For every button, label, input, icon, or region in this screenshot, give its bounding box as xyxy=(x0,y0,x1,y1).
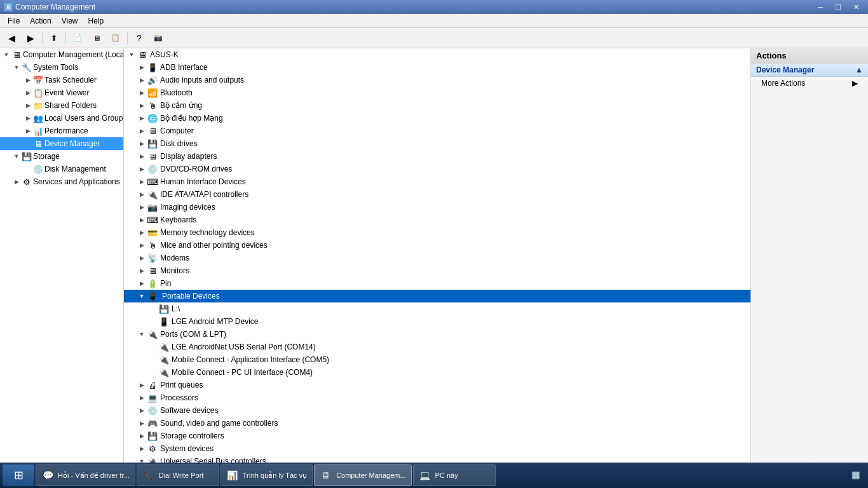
tree-device-manager[interactable]: 🖥 Device Manager xyxy=(0,137,123,150)
toolbar-forward[interactable]: ▶ xyxy=(22,30,39,46)
menu-file[interactable]: File xyxy=(3,15,25,27)
root-dev-expander: ▼ xyxy=(126,50,137,60)
tree-event-viewer[interactable]: ▶ 📋 Event Viewer xyxy=(0,86,123,99)
device-monitors[interactable]: ▶ 🖥 Monitors xyxy=(124,264,750,277)
device-lge-mtp[interactable]: 📱 LGE Android MTP Device xyxy=(124,315,750,328)
dvd-expander: ▶ xyxy=(137,164,147,174)
tree-shared-folders[interactable]: ▶ 📁 Shared Folders xyxy=(0,99,123,112)
taskbar-trinh-icon: 📊 xyxy=(226,469,239,482)
sf-icon: 📁 xyxy=(33,100,43,111)
center-panel[interactable]: ▼ 🖥 ASUS-K ▶ 📱 ADB Interface ▶ 🔊 Audio i… xyxy=(124,48,750,473)
minimize-button[interactable]: ─ xyxy=(812,1,829,13)
toolbar-btn3[interactable]: 📄 xyxy=(69,30,86,46)
device-portable[interactable]: ▼ 📱 Portable Devices xyxy=(124,290,750,302)
device-modem[interactable]: ▶ 📡 Modems xyxy=(124,252,750,264)
tree-disk-management[interactable]: 💿 Disk Management xyxy=(0,163,123,175)
device-sound[interactable]: ▶ 🎮 Sound, video and game controllers xyxy=(124,417,750,430)
device-mobile-com5[interactable]: 🔌 Mobile Connect - Application Interface… xyxy=(124,353,750,366)
menu-action[interactable]: Action xyxy=(25,15,56,27)
disp-icon: 🖥 xyxy=(147,151,158,162)
proc-expander: ▶ xyxy=(137,393,147,403)
svc-icon: ⚙ xyxy=(22,177,32,187)
storage-label: Storage xyxy=(33,152,60,161)
device-mobile-com4[interactable]: 🔌 Mobile Connect - PC UI Interface (COM4… xyxy=(124,366,750,379)
tree-local-users[interactable]: ▶ 👥 Local Users and Groups xyxy=(0,112,123,125)
device-storage-ctrl[interactable]: ▶ 💾 Storage controllers xyxy=(124,430,750,442)
tree-performance[interactable]: ▶ 📊 Performance xyxy=(0,125,123,137)
device-adb[interactable]: ▶ 📱 ADB Interface xyxy=(124,61,750,74)
device-manager-section[interactable]: Device Manager ▲ xyxy=(751,64,868,77)
device-audio[interactable]: ▶ 🔊 Audio inputs and outputs xyxy=(124,74,750,86)
tree-services[interactable]: ▶ ⚙ Services and Applications xyxy=(0,175,123,188)
adb-label: ADB Interface xyxy=(160,63,208,72)
taskbar-btn-dial[interactable]: 📞 Dial Write Port xyxy=(137,464,219,486)
net-label: Bộ điều hợp Mạng xyxy=(160,114,223,123)
taskbar-btn-pc[interactable]: 💻 PC này xyxy=(413,464,496,486)
tree-system-tools[interactable]: ▼ 🔧 System Tools xyxy=(0,61,123,74)
kbd-label: Keyboards xyxy=(160,215,196,224)
title-text: Computer Management xyxy=(15,3,95,11)
toolbar-btn6[interactable]: 📷 xyxy=(149,30,167,46)
toolbar-help[interactable]: ? xyxy=(130,30,148,46)
touch-icon: 🖱 xyxy=(147,100,158,111)
device-software[interactable]: ▶ 💿 Software devices xyxy=(124,404,750,417)
ports-icon: 🔌 xyxy=(147,329,158,340)
device-kbd[interactable]: ▶ ⌨ Keyboards xyxy=(124,214,750,226)
device-print[interactable]: ▶ 🖨 Print queues xyxy=(124,379,750,391)
taskbar-cmgmt-icon: 🖥 xyxy=(320,469,332,482)
ide-expander: ▶ xyxy=(137,189,147,200)
lge-mtp-label: LGE Android MTP Device xyxy=(172,317,259,326)
device-touch[interactable]: ▶ 🖱 Bộ cảm ứng xyxy=(124,99,750,112)
toolbar-btn4[interactable]: 🖥 xyxy=(88,30,105,46)
device-proc[interactable]: ▶ 💻 Processors xyxy=(124,391,750,404)
tree-root[interactable]: ▼ 🖥 Computer Management (Local xyxy=(0,48,123,61)
audio-icon: 🔊 xyxy=(147,74,158,86)
hid-label: Human Interface Devices xyxy=(160,177,246,186)
mcom5-icon: 🔌 xyxy=(158,354,170,365)
device-mice[interactable]: ▶ 🖱 Mice and other pointing devices xyxy=(124,239,750,252)
mcom4-label: Mobile Connect - PC UI Interface (COM4) xyxy=(172,368,313,377)
taskbar-btn-hoi[interactable]: 💬 Hỏi - Vấn đề driver tr... xyxy=(36,464,135,486)
close-button[interactable]: ✕ xyxy=(848,1,864,13)
device-pin[interactable]: ▶ 🔋 Pin xyxy=(124,277,750,290)
taskbar-pc-icon: 💻 xyxy=(419,469,431,482)
menu-view[interactable]: View xyxy=(57,15,83,27)
device-computer[interactable]: ▶ 🖥 Computer xyxy=(124,125,750,137)
device-hid[interactable]: ▶ ⌨ Human Interface Devices xyxy=(124,175,750,188)
root-label: Computer Management (Local xyxy=(23,50,124,59)
mcom5-expander xyxy=(148,355,158,365)
toolbar-btn5[interactable]: 📋 xyxy=(107,30,125,46)
device-net[interactable]: ▶ 🌐 Bộ điều hợp Mạng xyxy=(124,112,750,125)
dm-expander xyxy=(23,139,33,149)
tree-task-scheduler[interactable]: ▶ 📅 Task Scheduler xyxy=(0,74,123,86)
device-ide[interactable]: ▶ 🔌 IDE ATA/ATAPI controllers xyxy=(124,188,750,201)
maximize-button[interactable]: ☐ xyxy=(830,1,846,13)
device-img[interactable]: ▶ 📷 Imaging devices xyxy=(124,201,750,214)
bt-expander: ▶ xyxy=(137,88,147,98)
port-expander: ▼ xyxy=(137,291,147,301)
device-display[interactable]: ▶ 🖥 Display adapters xyxy=(124,150,750,163)
menu-help[interactable]: Help xyxy=(83,15,109,27)
taskbar-tray: 🔢 xyxy=(846,471,865,480)
device-sysdev[interactable]: ▶ ⚙ System devices xyxy=(124,442,750,455)
sf-expander: ▶ xyxy=(23,100,33,111)
taskbar-btn-computermgmt[interactable]: 🖥 Computer Managem... xyxy=(314,464,411,486)
device-ports[interactable]: ▼ 🔌 Ports (COM & LPT) xyxy=(124,328,750,341)
mice-icon: 🖱 xyxy=(147,240,158,251)
lu-icon: 👥 xyxy=(33,113,43,123)
start-button[interactable]: ⊞ xyxy=(3,464,34,486)
device-dvd[interactable]: ▶ 💿 DVD/CD-ROM drives xyxy=(124,163,750,175)
device-lge-com14[interactable]: 🔌 LGE AndroidNet USB Serial Port (COM14) xyxy=(124,341,750,353)
device-l-drive[interactable]: 💾 L:\ xyxy=(124,302,750,315)
storage-expander: ▼ xyxy=(11,151,22,161)
device-mem[interactable]: ▶ 💳 Memory technology devices xyxy=(124,226,750,239)
toolbar-back[interactable]: ◀ xyxy=(3,30,20,46)
taskbar-btn-trinh[interactable]: 📊 Trình quản lý Tác vụ xyxy=(220,464,313,486)
tree-storage[interactable]: ▼ 💾 Storage xyxy=(0,150,123,163)
toolbar-up[interactable]: ⬆ xyxy=(45,30,63,46)
mcom4-icon: 🔌 xyxy=(158,367,170,378)
more-actions-item[interactable]: More Actions ▶ xyxy=(751,77,868,90)
device-root[interactable]: ▼ 🖥 ASUS-K xyxy=(124,48,750,61)
device-bt[interactable]: ▶ 📶 Bluetooth xyxy=(124,86,750,99)
device-disk[interactable]: ▶ 💾 Disk drives xyxy=(124,137,750,150)
